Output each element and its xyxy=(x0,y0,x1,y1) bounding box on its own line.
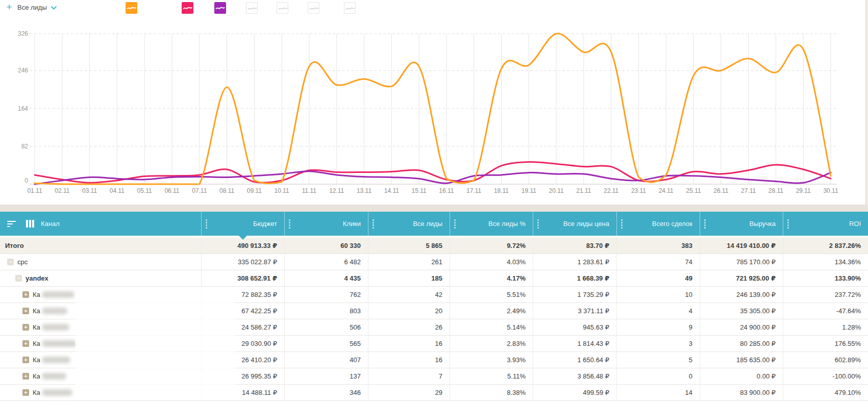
table-row[interactable]: Итого490 913.33 ₽60 3305 8659.72%83.70 ₽… xyxy=(0,238,868,254)
cell-vyruchka: 246 139.00 ₽ xyxy=(700,287,783,303)
x-axis-label: 01.11 xyxy=(27,187,42,194)
table-row[interactable]: +Ка24 586.27 ₽506265.14%945.63 ₽924 900.… xyxy=(0,319,868,336)
column-menu-icon[interactable] xyxy=(454,219,456,229)
expand-row-icon[interactable]: + xyxy=(22,308,29,314)
series-toggle-4[interactable] xyxy=(246,2,258,14)
column-menu-icon[interactable] xyxy=(787,219,789,229)
cell-roi: 237.72% xyxy=(783,287,868,303)
expand-row-icon[interactable]: + xyxy=(22,357,29,363)
cell-vse-lidy: 20 xyxy=(368,303,450,319)
column-header-vsego-sdelok[interactable]: Всего сделок xyxy=(616,212,700,236)
column-menu-icon[interactable] xyxy=(373,219,374,229)
cell-budget: 29 030.90 ₽ xyxy=(201,336,284,351)
purple-series-toggle[interactable] xyxy=(214,2,226,14)
column-header-kliki[interactable]: Клики xyxy=(284,212,368,236)
x-axis-label: 14.11 xyxy=(384,187,399,194)
series-toggle-6[interactable] xyxy=(308,2,319,14)
redacted-name xyxy=(42,308,67,314)
column-header-vse-lidy[interactable]: Все лиды xyxy=(368,212,450,236)
table-row[interactable]: +Ка72 882.35 ₽762425.51%1 735.29 ₽10246 … xyxy=(0,287,868,303)
table-row[interactable]: +Ка26 995.35 ₽13775.11%3 856.48 ₽00.00 ₽… xyxy=(0,368,868,385)
column-menu-icon[interactable] xyxy=(704,219,706,229)
column-header-label: Все лиды xyxy=(413,220,442,228)
column-header-label: Выручка xyxy=(749,220,776,228)
series-toggle-5[interactable] xyxy=(277,2,288,14)
cell-vse-lidy-pct: 3.93% xyxy=(450,352,533,368)
column-header-vse-lidy-cena[interactable]: Все лиды цена xyxy=(533,212,616,236)
expand-row-icon[interactable]: + xyxy=(22,324,29,331)
expand-row-icon[interactable]: + xyxy=(22,373,29,380)
expand-row-icon[interactable]: + xyxy=(22,340,29,347)
y-axis-label: 246 xyxy=(18,67,28,74)
cell-vse-lidy: 7 xyxy=(368,368,450,384)
column-header-label: Всего сделок xyxy=(652,220,692,228)
cell-kliki: 137 xyxy=(284,368,368,384)
cell-budget: 72 882.35 ₽ xyxy=(201,287,284,303)
column-header-label: Клики xyxy=(343,220,361,228)
cell-roi: 1.28% xyxy=(783,319,868,335)
table-row[interactable]: +Ка26 410.20 ₽407163.93%1 650.64 ₽5185 6… xyxy=(0,352,868,368)
y-axis-label: 0 xyxy=(24,177,28,184)
cell-roi: 134.36% xyxy=(783,254,868,270)
x-axis-label: 15.11 xyxy=(412,187,427,194)
orange-series-toggle[interactable] xyxy=(126,2,137,14)
row-label: cpc xyxy=(17,258,28,266)
column-menu-icon[interactable] xyxy=(537,219,539,229)
expand-row-icon[interactable]: + xyxy=(22,389,29,396)
row-label: Ка xyxy=(33,372,40,380)
column-header-vyruchka[interactable]: Выручка xyxy=(700,212,783,236)
x-axis-label: 20.11 xyxy=(549,187,563,194)
columns-icon[interactable] xyxy=(26,220,34,228)
channel-cell: +Ка xyxy=(0,336,201,351)
cell-vsego-sdelok: 14 xyxy=(616,385,700,400)
x-axis-label: 23.11 xyxy=(631,187,646,194)
y-axis-label: 164 xyxy=(18,105,28,112)
table-row[interactable]: +Ка29 030.90 ₽565162.83%1 814.43 ₽380 28… xyxy=(0,336,868,352)
redacted-name xyxy=(42,373,66,380)
collapse-row-icon[interactable]: − xyxy=(7,259,14,265)
cell-vsego-sdelok: 4 xyxy=(616,303,700,319)
column-menu-icon[interactable] xyxy=(289,219,290,229)
column-menu-icon[interactable] xyxy=(621,219,623,229)
cell-vse-lidy: 26 xyxy=(368,319,450,335)
channel-cell: −cpc xyxy=(0,254,201,270)
table-row[interactable]: +Ка67 422.25 ₽803202.49%3 371.11 ₽435 30… xyxy=(0,303,868,319)
column-header-vse-lidy-pct[interactable]: Все лиды % xyxy=(450,212,533,236)
column-header-kanal[interactable]: Канал xyxy=(0,212,201,236)
filter-icon[interactable] xyxy=(7,219,16,229)
cell-kliki: 506 xyxy=(284,319,368,335)
x-axis-label: 06.11 xyxy=(164,187,179,194)
series-legend-toggles xyxy=(0,2,868,14)
table-row[interactable]: +Ка14 488.11 ₽346298.38%499.59 ₽1483 900… xyxy=(0,385,868,401)
table-row[interactable]: −cpc335 022.87 ₽6 4822614.03%1 283.61 ₽7… xyxy=(0,254,868,270)
cell-roi: -100.00% xyxy=(783,368,868,384)
x-axis-label: 09.11 xyxy=(247,187,262,194)
expand-row-icon[interactable]: + xyxy=(22,291,29,298)
column-header-budget[interactable]: Бюджет xyxy=(201,212,284,236)
cell-kliki: 565 xyxy=(284,336,368,351)
pink-series-toggle[interactable] xyxy=(182,2,193,14)
x-axis-label: 16.11 xyxy=(439,187,454,194)
column-menu-icon[interactable] xyxy=(206,219,207,229)
column-header-roi[interactable]: ROI xyxy=(783,212,868,236)
cell-vse-lidy-pct: 5.11% xyxy=(450,368,533,384)
cell-roi: 602.89% xyxy=(783,352,868,368)
series-toggle-7[interactable] xyxy=(344,2,356,14)
cell-vse-lidy: 261 xyxy=(368,254,450,270)
chart-scroll-strip[interactable] xyxy=(865,0,868,205)
x-axis-label: 11.11 xyxy=(302,187,317,194)
x-axis-label: 28.11 xyxy=(768,187,783,194)
x-axis-label: 13.11 xyxy=(357,187,371,194)
x-axis-label: 08.11 xyxy=(219,187,234,194)
row-label: Ка xyxy=(33,356,40,364)
line-chart-icon xyxy=(182,2,193,14)
collapse-row-icon[interactable]: − xyxy=(15,275,22,282)
cell-vsego-sdelok: 49 xyxy=(616,270,700,286)
cell-vse-lidy-pct: 8.38% xyxy=(450,385,533,400)
row-label: Ка xyxy=(33,323,40,331)
cell-roi: 133.90% xyxy=(783,270,868,286)
y-axis-label: 326 xyxy=(18,30,28,37)
x-axis-label: 29.11 xyxy=(796,187,811,194)
table-row[interactable]: −yandex308 652.91 ₽4 4351854.17%1 668.39… xyxy=(0,270,868,287)
row-label: yandex xyxy=(26,274,48,282)
